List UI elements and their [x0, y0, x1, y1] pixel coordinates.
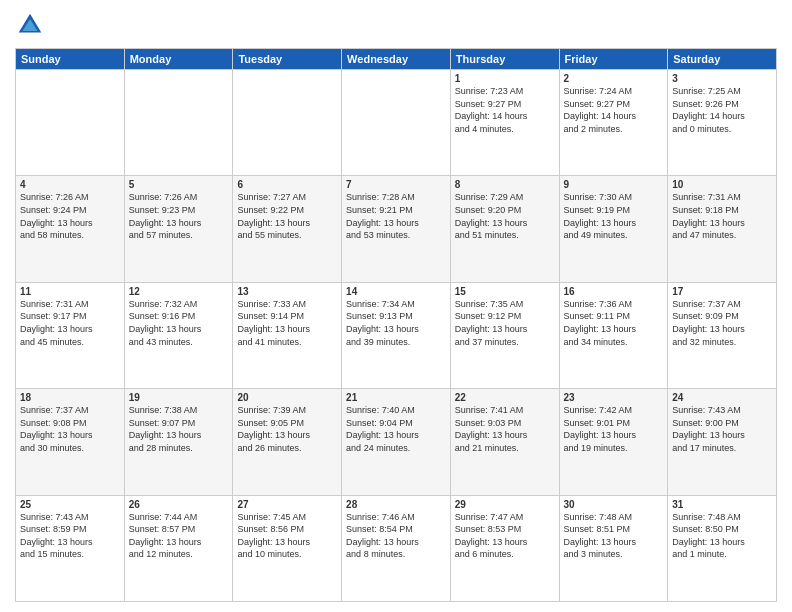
day-number: 30	[564, 499, 664, 510]
empty-cell	[124, 70, 233, 176]
day-info: Sunrise: 7:43 AMSunset: 9:00 PMDaylight:…	[672, 404, 772, 454]
day-info: Sunrise: 7:38 AMSunset: 9:07 PMDaylight:…	[129, 404, 229, 454]
day-cell-6: 6Sunrise: 7:27 AMSunset: 9:22 PMDaylight…	[233, 176, 342, 282]
day-cell-7: 7Sunrise: 7:28 AMSunset: 9:21 PMDaylight…	[342, 176, 451, 282]
day-number: 6	[237, 179, 337, 190]
week-row-5: 25Sunrise: 7:43 AMSunset: 8:59 PMDayligh…	[16, 495, 777, 601]
day-info: Sunrise: 7:29 AMSunset: 9:20 PMDaylight:…	[455, 191, 555, 241]
day-number: 16	[564, 286, 664, 297]
day-info: Sunrise: 7:47 AMSunset: 8:53 PMDaylight:…	[455, 511, 555, 561]
day-cell-11: 11Sunrise: 7:31 AMSunset: 9:17 PMDayligh…	[16, 282, 125, 388]
week-row-2: 4Sunrise: 7:26 AMSunset: 9:24 PMDaylight…	[16, 176, 777, 282]
day-number: 20	[237, 392, 337, 403]
day-cell-9: 9Sunrise: 7:30 AMSunset: 9:19 PMDaylight…	[559, 176, 668, 282]
weekday-tuesday: Tuesday	[233, 49, 342, 70]
weekday-thursday: Thursday	[450, 49, 559, 70]
day-cell-30: 30Sunrise: 7:48 AMSunset: 8:51 PMDayligh…	[559, 495, 668, 601]
day-cell-3: 3Sunrise: 7:25 AMSunset: 9:26 PMDaylight…	[668, 70, 777, 176]
day-info: Sunrise: 7:43 AMSunset: 8:59 PMDaylight:…	[20, 511, 120, 561]
day-info: Sunrise: 7:24 AMSunset: 9:27 PMDaylight:…	[564, 85, 664, 135]
day-cell-27: 27Sunrise: 7:45 AMSunset: 8:56 PMDayligh…	[233, 495, 342, 601]
day-cell-2: 2Sunrise: 7:24 AMSunset: 9:27 PMDaylight…	[559, 70, 668, 176]
week-row-4: 18Sunrise: 7:37 AMSunset: 9:08 PMDayligh…	[16, 389, 777, 495]
day-number: 17	[672, 286, 772, 297]
day-number: 22	[455, 392, 555, 403]
day-cell-13: 13Sunrise: 7:33 AMSunset: 9:14 PMDayligh…	[233, 282, 342, 388]
day-number: 24	[672, 392, 772, 403]
weekday-saturday: Saturday	[668, 49, 777, 70]
day-info: Sunrise: 7:31 AMSunset: 9:17 PMDaylight:…	[20, 298, 120, 348]
day-info: Sunrise: 7:26 AMSunset: 9:23 PMDaylight:…	[129, 191, 229, 241]
day-info: Sunrise: 7:34 AMSunset: 9:13 PMDaylight:…	[346, 298, 446, 348]
day-info: Sunrise: 7:35 AMSunset: 9:12 PMDaylight:…	[455, 298, 555, 348]
day-info: Sunrise: 7:36 AMSunset: 9:11 PMDaylight:…	[564, 298, 664, 348]
day-cell-29: 29Sunrise: 7:47 AMSunset: 8:53 PMDayligh…	[450, 495, 559, 601]
day-cell-19: 19Sunrise: 7:38 AMSunset: 9:07 PMDayligh…	[124, 389, 233, 495]
day-number: 3	[672, 73, 772, 84]
day-cell-21: 21Sunrise: 7:40 AMSunset: 9:04 PMDayligh…	[342, 389, 451, 495]
header	[15, 10, 777, 40]
day-cell-15: 15Sunrise: 7:35 AMSunset: 9:12 PMDayligh…	[450, 282, 559, 388]
weekday-sunday: Sunday	[16, 49, 125, 70]
day-info: Sunrise: 7:31 AMSunset: 9:18 PMDaylight:…	[672, 191, 772, 241]
day-info: Sunrise: 7:42 AMSunset: 9:01 PMDaylight:…	[564, 404, 664, 454]
logo-icon	[15, 10, 45, 40]
day-info: Sunrise: 7:23 AMSunset: 9:27 PMDaylight:…	[455, 85, 555, 135]
day-cell-12: 12Sunrise: 7:32 AMSunset: 9:16 PMDayligh…	[124, 282, 233, 388]
day-number: 15	[455, 286, 555, 297]
day-number: 10	[672, 179, 772, 190]
day-cell-1: 1Sunrise: 7:23 AMSunset: 9:27 PMDaylight…	[450, 70, 559, 176]
empty-cell	[233, 70, 342, 176]
day-info: Sunrise: 7:37 AMSunset: 9:09 PMDaylight:…	[672, 298, 772, 348]
day-info: Sunrise: 7:27 AMSunset: 9:22 PMDaylight:…	[237, 191, 337, 241]
day-cell-5: 5Sunrise: 7:26 AMSunset: 9:23 PMDaylight…	[124, 176, 233, 282]
day-cell-8: 8Sunrise: 7:29 AMSunset: 9:20 PMDaylight…	[450, 176, 559, 282]
day-info: Sunrise: 7:44 AMSunset: 8:57 PMDaylight:…	[129, 511, 229, 561]
weekday-header-row: SundayMondayTuesdayWednesdayThursdayFrid…	[16, 49, 777, 70]
day-cell-10: 10Sunrise: 7:31 AMSunset: 9:18 PMDayligh…	[668, 176, 777, 282]
week-row-1: 1Sunrise: 7:23 AMSunset: 9:27 PMDaylight…	[16, 70, 777, 176]
day-cell-24: 24Sunrise: 7:43 AMSunset: 9:00 PMDayligh…	[668, 389, 777, 495]
day-number: 14	[346, 286, 446, 297]
day-info: Sunrise: 7:30 AMSunset: 9:19 PMDaylight:…	[564, 191, 664, 241]
day-info: Sunrise: 7:28 AMSunset: 9:21 PMDaylight:…	[346, 191, 446, 241]
empty-cell	[16, 70, 125, 176]
day-cell-23: 23Sunrise: 7:42 AMSunset: 9:01 PMDayligh…	[559, 389, 668, 495]
day-cell-20: 20Sunrise: 7:39 AMSunset: 9:05 PMDayligh…	[233, 389, 342, 495]
day-number: 18	[20, 392, 120, 403]
day-info: Sunrise: 7:32 AMSunset: 9:16 PMDaylight:…	[129, 298, 229, 348]
day-cell-25: 25Sunrise: 7:43 AMSunset: 8:59 PMDayligh…	[16, 495, 125, 601]
day-cell-14: 14Sunrise: 7:34 AMSunset: 9:13 PMDayligh…	[342, 282, 451, 388]
day-number: 1	[455, 73, 555, 84]
day-info: Sunrise: 7:45 AMSunset: 8:56 PMDaylight:…	[237, 511, 337, 561]
day-number: 12	[129, 286, 229, 297]
day-info: Sunrise: 7:46 AMSunset: 8:54 PMDaylight:…	[346, 511, 446, 561]
empty-cell	[342, 70, 451, 176]
day-number: 26	[129, 499, 229, 510]
day-number: 25	[20, 499, 120, 510]
day-number: 7	[346, 179, 446, 190]
day-cell-4: 4Sunrise: 7:26 AMSunset: 9:24 PMDaylight…	[16, 176, 125, 282]
day-number: 4	[20, 179, 120, 190]
day-info: Sunrise: 7:40 AMSunset: 9:04 PMDaylight:…	[346, 404, 446, 454]
day-info: Sunrise: 7:33 AMSunset: 9:14 PMDaylight:…	[237, 298, 337, 348]
day-number: 31	[672, 499, 772, 510]
day-number: 28	[346, 499, 446, 510]
day-info: Sunrise: 7:39 AMSunset: 9:05 PMDaylight:…	[237, 404, 337, 454]
day-number: 2	[564, 73, 664, 84]
day-number: 8	[455, 179, 555, 190]
week-row-3: 11Sunrise: 7:31 AMSunset: 9:17 PMDayligh…	[16, 282, 777, 388]
day-number: 21	[346, 392, 446, 403]
day-number: 19	[129, 392, 229, 403]
day-number: 11	[20, 286, 120, 297]
day-cell-17: 17Sunrise: 7:37 AMSunset: 9:09 PMDayligh…	[668, 282, 777, 388]
day-cell-22: 22Sunrise: 7:41 AMSunset: 9:03 PMDayligh…	[450, 389, 559, 495]
day-info: Sunrise: 7:48 AMSunset: 8:50 PMDaylight:…	[672, 511, 772, 561]
day-cell-18: 18Sunrise: 7:37 AMSunset: 9:08 PMDayligh…	[16, 389, 125, 495]
day-info: Sunrise: 7:41 AMSunset: 9:03 PMDaylight:…	[455, 404, 555, 454]
day-cell-26: 26Sunrise: 7:44 AMSunset: 8:57 PMDayligh…	[124, 495, 233, 601]
day-cell-28: 28Sunrise: 7:46 AMSunset: 8:54 PMDayligh…	[342, 495, 451, 601]
logo	[15, 10, 49, 40]
page: SundayMondayTuesdayWednesdayThursdayFrid…	[0, 0, 792, 612]
day-number: 23	[564, 392, 664, 403]
